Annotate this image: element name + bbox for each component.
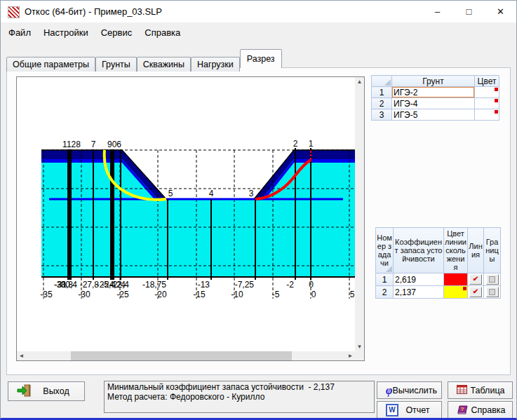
horizontal-scrollbar[interactable]: ◄ ► (17, 351, 355, 360)
table-icon (457, 385, 467, 396)
point-number-label: 5 (168, 189, 173, 198)
line-checkbox[interactable]: ✔ (469, 287, 482, 297)
scroll-up-icon[interactable]: ▲ (355, 77, 364, 86)
table-row: 3ИГЭ-5 (372, 109, 499, 121)
window-title: Откос (64-бит) - Пример_03.SLP (25, 1, 162, 22)
status-line-1: Минимальный коэффициент запаса устойчиво… (107, 382, 371, 392)
vertical-scrollbar[interactable]: ▲ ▼ (355, 77, 364, 351)
phi-icon: φ (386, 385, 392, 396)
bottom-panel: Выход Минимальный коэффициент запаса уст… (1, 377, 516, 418)
tab[interactable]: Нагрузки (191, 57, 240, 72)
soil-color-cell[interactable] (475, 98, 499, 109)
table-button[interactable]: Таблица (448, 381, 513, 399)
line-checkbox[interactable]: ✔ (469, 274, 482, 285)
row-number[interactable]: 1 (372, 87, 392, 98)
coordinate-label: -22,4 (110, 280, 130, 290)
section-canvas[interactable]: 1128790621543-31-30,8-30,4-27,8-25,4-24,… (16, 76, 365, 361)
section-drawing: 1128790621543-31-30,8-30,4-27,8-25,4-24,… (17, 77, 355, 351)
results-table: Номер задачиКоэффициент запаса устойчиво… (375, 227, 501, 299)
scrollbar-corner (355, 351, 364, 360)
soil-name-cell[interactable]: ИГЭ-5 (392, 109, 475, 121)
column-header: Грунт (392, 76, 475, 87)
bounds-toggle-cell (484, 273, 501, 286)
table-row: 12,619✔ (376, 273, 501, 286)
slip-line-color-cell[interactable] (444, 286, 468, 299)
table-corner-cell[interactable] (372, 76, 392, 87)
corner-triangle-icon (386, 266, 392, 272)
tab[interactable]: Разрез (240, 49, 282, 68)
color-marker-icon (495, 110, 498, 114)
row-number[interactable]: 3 (372, 109, 392, 121)
table-label: Таблица (467, 386, 508, 395)
axis-tick-label: -35 (40, 290, 53, 299)
calculate-button[interactable]: φ Вычислить (377, 381, 442, 399)
tab[interactable]: Грунты (95, 57, 137, 72)
soil-color-cell[interactable] (475, 109, 499, 121)
svg-text:?: ? (461, 406, 464, 412)
coordinate-label: -13 (198, 280, 210, 290)
help-button[interactable]: ? Справка (448, 401, 513, 419)
scroll-left-icon[interactable]: ◄ (17, 351, 26, 360)
help-label: Справка (469, 405, 508, 415)
axis-tick-label: -30 (78, 290, 90, 299)
row-number[interactable]: 2 (372, 98, 392, 109)
scroll-right-icon[interactable]: ► (346, 351, 355, 360)
task-number[interactable]: 2 (376, 286, 394, 299)
column-header: Номер задачи (376, 228, 394, 273)
report-label: Отчет (398, 405, 437, 415)
maximize-button[interactable]: □ (453, 1, 485, 22)
coordinate-label: -7,25 (235, 280, 255, 290)
scrollbar-thumb[interactable] (71, 351, 292, 360)
menu-item[interactable]: Файл (2, 24, 37, 42)
point-number-label: 7 (91, 140, 96, 149)
exit-door-icon (17, 384, 32, 400)
point-number-label: 4 (209, 189, 214, 198)
tab[interactable]: Скважины (137, 57, 191, 72)
status-line-2: Метод расчета: Федоровского - Курилло (107, 392, 371, 402)
coordinate-label: -2 (286, 280, 294, 290)
table-row: 22,137✔ (376, 286, 501, 299)
scroll-down-icon[interactable]: ▼ (355, 342, 364, 351)
coordinate-label: -30,4 (58, 280, 78, 290)
task-number[interactable]: 1 (376, 273, 394, 286)
table-row: 1ИГЭ-2 (372, 87, 499, 98)
line-toggle-cell: ✔ (468, 286, 484, 299)
report-button[interactable]: W Отчет (377, 401, 442, 419)
axis-tick-label: -15 (193, 290, 206, 299)
soils-table: ГрунтЦвет1ИГЭ-22ИГЭ-43ИГЭ-5 (371, 75, 499, 121)
color-marker-icon (495, 99, 498, 102)
soil-color-cell[interactable] (475, 87, 499, 98)
bounds-checkbox[interactable] (486, 287, 499, 297)
exit-button[interactable]: Выход (8, 381, 85, 401)
soil-name-cell[interactable]: ИГЭ-4 (392, 98, 475, 109)
axis-tick-label: -20 (154, 290, 167, 299)
app-window: Откос (64-бит) - Пример_03.SLP – □ ✕ Фай… (0, 0, 517, 420)
menu-item[interactable]: Сервис (95, 24, 139, 42)
axis-tick-label: 0 (311, 290, 316, 299)
close-button[interactable]: ✕ (485, 1, 516, 22)
line-toggle-cell: ✔ (468, 273, 484, 286)
column-header: Коэффициент запаса устойчивости (394, 228, 444, 273)
axis-tick-label: -10 (231, 290, 243, 299)
minimize-button[interactable]: – (422, 1, 453, 22)
column-header: Границы (484, 228, 501, 273)
safety-factor-cell[interactable]: 2,619 (394, 273, 444, 286)
point-number-label: 906 (107, 140, 121, 149)
point-number-label: 1 (309, 139, 314, 149)
tab-page-razrez: 1128790621543-31-30,8-30,4-27,8-25,4-24,… (6, 67, 511, 375)
bounds-checkbox[interactable] (486, 274, 499, 285)
coordinate-label: 0 (309, 280, 314, 290)
axis-tick-label: -5 (272, 290, 280, 299)
soil-name-cell[interactable]: ИГЭ-2 (392, 87, 475, 98)
menu-item[interactable]: Справка (138, 24, 187, 42)
safety-factor-cell[interactable]: 2,137 (394, 286, 444, 299)
menu-item[interactable]: Настройки (37, 24, 95, 42)
app-icon (8, 6, 20, 18)
title-bar: Откос (64-бит) - Пример_03.SLP – □ ✕ (1, 1, 516, 22)
tab[interactable]: Общие параметры (6, 57, 95, 72)
help-book-icon: ? (457, 404, 469, 416)
slip-line-color-cell[interactable] (444, 273, 468, 286)
calculate-label: Вычислить (392, 386, 437, 395)
axis-tick-label: 5 (350, 290, 355, 299)
table-row: 2ИГЭ-4 (372, 98, 499, 109)
